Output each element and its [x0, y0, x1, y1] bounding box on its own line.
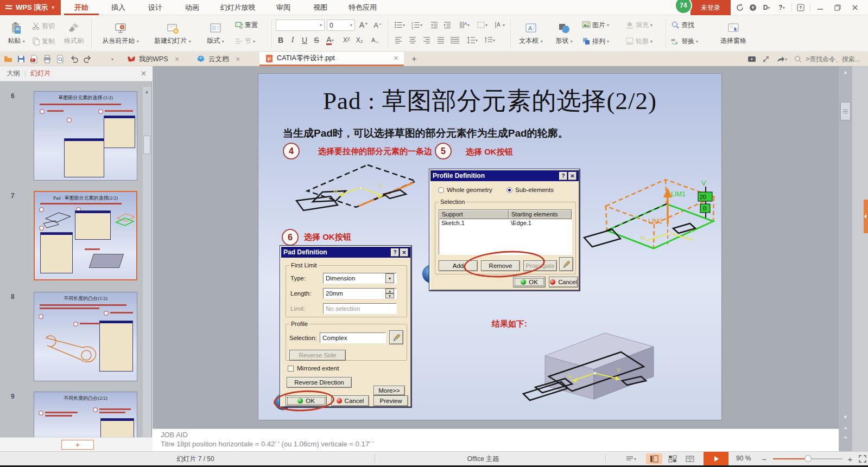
table-row[interactable]: Sketch.1 \Edge.1	[439, 219, 572, 228]
new-slide-button[interactable]: 新建幻灯片 ▾	[148, 17, 198, 50]
font-name-combo[interactable]: ▾	[276, 20, 325, 31]
tab-catia-ppt[interactable]: P CATIA零件设计.ppt✕	[259, 52, 404, 66]
replace-button[interactable]: ab 替换 ▾	[671, 35, 698, 47]
slide-thumbnail-selected[interactable]: Pad : 草图部分元素的选择(2/2)	[34, 191, 137, 280]
previous-slide-icon[interactable]: ⏶	[839, 424, 852, 432]
outline-tab[interactable]: 大纲	[7, 69, 20, 78]
bold-button[interactable]: B	[275, 34, 287, 46]
profile-dialog-titlebar[interactable]: Profile Definition ? ✕	[430, 170, 579, 181]
selection-table[interactable]: Support Starting elements Sketch.1 \Edge…	[439, 209, 572, 255]
scrollbar-thumb[interactable]	[840, 102, 851, 120]
next-slide-icon[interactable]: ⏷	[839, 434, 852, 442]
superscript-button[interactable]: X²	[340, 34, 353, 46]
sub-elements-radio[interactable]: Sub-elements	[506, 187, 554, 193]
find-button[interactable]: 查找	[671, 19, 694, 31]
pad-definition-dialog[interactable]: Pad Definition ? ✕ First Limit Type: Dim…	[280, 246, 411, 407]
selection-pane-button[interactable]: 选择窗格	[714, 17, 752, 50]
quickbar-dropdown-icon[interactable]: ▾	[106, 54, 118, 65]
zoom-out-button[interactable]: −	[759, 453, 770, 464]
italic-button[interactable]: I	[287, 34, 299, 46]
scroll-up-icon[interactable]: ▲	[143, 88, 151, 95]
scrollbar-thumb[interactable]	[143, 136, 150, 154]
skin-settings-icon[interactable]: D▾	[759, 2, 774, 13]
justify-button[interactable]	[434, 34, 447, 46]
feedback-icon[interactable]	[747, 2, 759, 13]
more-button[interactable]: More>>	[373, 386, 405, 395]
menu-tab-animation[interactable]: 动画	[175, 0, 210, 15]
slide-layout-button[interactable]: 版式 ▾	[200, 17, 231, 50]
chevron-down-icon[interactable]: ▼	[385, 273, 394, 283]
sketch-edit-button[interactable]	[559, 257, 573, 271]
increase-indent-button[interactable]	[441, 19, 454, 31]
sync-icon[interactable]	[734, 2, 746, 13]
grow-font-button[interactable]: A⁺	[357, 19, 370, 31]
close-tab-icon[interactable]: ✕	[174, 56, 179, 63]
slide-thumbnail[interactable]: 不同长度的凸台(1/2)	[34, 292, 137, 381]
zoom-slider-handle[interactable]	[804, 455, 812, 462]
command-search-input[interactable]	[804, 55, 864, 63]
arrange-button[interactable]: 排列 ▾	[582, 35, 609, 47]
reverse-direction-button[interactable]: Reverse Direction	[287, 377, 352, 388]
font-color-button[interactable]: A▾	[322, 34, 338, 46]
type-combo[interactable]: Dimension ▼	[323, 273, 397, 284]
menu-tab-special[interactable]: 特色应用	[340, 0, 385, 15]
help-button[interactable]: ?	[391, 248, 399, 257]
tools-icon[interactable]	[760, 54, 772, 65]
notes-pane[interactable]: JOB AID Titre 18pt position horizontale …	[153, 428, 839, 451]
sketch-edit-button[interactable]	[389, 330, 403, 344]
zoom-in-button[interactable]: +	[845, 453, 856, 464]
pad-dialog-titlebar[interactable]: Pad Definition ? ✕	[281, 247, 410, 258]
slide-canvas[interactable]: Pad : 草图部分元素的选择(2/2) 当生成Pad时，可以选择草图的部分元素…	[258, 73, 722, 420]
help-icon[interactable]: ?▾	[774, 2, 789, 13]
cancel-button[interactable]: Cancel	[331, 395, 369, 406]
undo-icon[interactable]	[68, 54, 80, 65]
align-left-button[interactable]	[392, 34, 405, 46]
length-spinner[interactable]: 20mm ▲▼	[323, 288, 397, 299]
member-level-badge[interactable]: 74	[675, 0, 692, 14]
underline-button[interactable]: U	[299, 34, 311, 46]
print-preview-icon[interactable]	[54, 54, 66, 65]
tab-cloud-docs[interactable]: 云文档✕	[191, 52, 246, 66]
vertical-scrollbar[interactable]: ▲ ▼ ⏶ ⏷	[839, 66, 852, 451]
scroll-down-icon[interactable]: ▼	[839, 413, 852, 421]
open-file-icon[interactable]	[2, 54, 14, 65]
theme-name[interactable]: Office 主题	[434, 455, 532, 464]
close-button[interactable]: ✕	[568, 172, 576, 180]
notes-toggle-button[interactable]: ▾	[622, 453, 639, 464]
play-from-current-button[interactable]: 从当前开始 ▾	[96, 17, 145, 50]
align-center-button[interactable]	[406, 34, 419, 46]
decrease-indent-button[interactable]	[428, 19, 441, 31]
help-button[interactable]: ?	[559, 172, 567, 180]
close-button[interactable]: ✕	[400, 248, 408, 257]
save-icon[interactable]	[15, 54, 27, 65]
close-button[interactable]	[849, 2, 861, 13]
menu-tab-slideshow[interactable]: 幻灯片放映	[212, 0, 264, 15]
zoom-slider-track[interactable]	[773, 458, 842, 459]
align-right-button[interactable]	[420, 34, 433, 46]
slide-thumbnail[interactable]: 不同长度的凸台(2/2)	[34, 392, 137, 437]
copy-button[interactable]: 复制	[31, 35, 55, 47]
char-spacing-button[interactable]: A▾	[492, 19, 507, 31]
export-pdf-icon[interactable]: P	[28, 54, 40, 65]
textbox-button[interactable]: A 文本框 ▾	[515, 17, 547, 50]
mirrored-extent-checkbox[interactable]: Mirrored extent	[288, 365, 339, 372]
command-search[interactable]	[794, 53, 866, 65]
app-menu-button[interactable]: WPS 演示 ▼	[0, 0, 61, 15]
play-demo-icon[interactable]	[746, 54, 758, 65]
bullet-list-button[interactable]: ▾	[392, 19, 407, 31]
slides-tab[interactable]: 幻灯片	[30, 69, 51, 78]
menu-tab-review[interactable]: 审阅	[266, 0, 301, 15]
menu-tab-design[interactable]: 设计	[138, 0, 173, 15]
reset-slide-button[interactable]: 重置	[235, 19, 258, 31]
column-header[interactable]: Support	[439, 210, 509, 219]
collapse-ribbon-icon[interactable]	[795, 2, 807, 13]
numbered-list-button[interactable]: 123▾	[409, 19, 425, 31]
selection-field[interactable]: Complex	[320, 332, 386, 343]
format-painter-button[interactable]: 格式刷	[61, 17, 87, 50]
fit-screen-button[interactable]	[856, 453, 868, 464]
picture-button[interactable]: 图片 ▾	[582, 19, 609, 31]
reverse-side-button[interactable]: Reverse Side	[289, 350, 346, 361]
preview-button[interactable]: Preview	[373, 395, 408, 406]
ok-button[interactable]: OK	[513, 277, 546, 287]
shapes-button[interactable]: 形状 ▾	[549, 17, 579, 50]
